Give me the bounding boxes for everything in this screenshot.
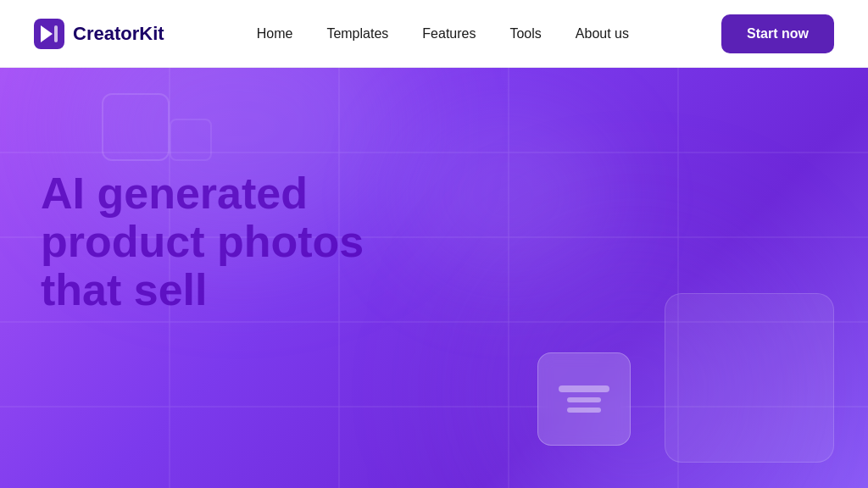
hero-heading-line3: that sell <box>41 265 208 314</box>
nav-home[interactable]: Home <box>257 26 293 42</box>
logo: CreatorKit <box>34 19 164 49</box>
product-image-area <box>665 293 834 463</box>
nav-tools[interactable]: Tools <box>509 26 541 42</box>
hero-heading-line2: product photos <box>41 217 364 266</box>
hero-heading: AI generated product photos that sell <box>41 169 364 315</box>
product-card-line-2 <box>567 397 601 402</box>
nav-templates[interactable]: Templates <box>326 26 388 42</box>
start-now-button[interactable]: Start now <box>721 14 834 53</box>
nav-links: Home Templates Features Tools About us <box>257 26 629 42</box>
product-card-line-1 <box>559 385 609 392</box>
product-card <box>537 352 631 446</box>
svg-rect-2 <box>54 25 58 42</box>
navbar: CreatorKit Home Templates Features Tools… <box>0 0 868 68</box>
nav-about[interactable]: About us <box>576 26 629 42</box>
hero-heading-line1: AI generated <box>41 169 308 218</box>
nav-features[interactable]: Features <box>422 26 476 42</box>
hero-section: AI generated product photos that sell <box>0 68 868 488</box>
hero-text: AI generated product photos that sell <box>41 169 364 315</box>
logo-text: CreatorKit <box>73 23 164 45</box>
product-card-line-3 <box>567 408 601 413</box>
logo-icon <box>34 19 64 49</box>
